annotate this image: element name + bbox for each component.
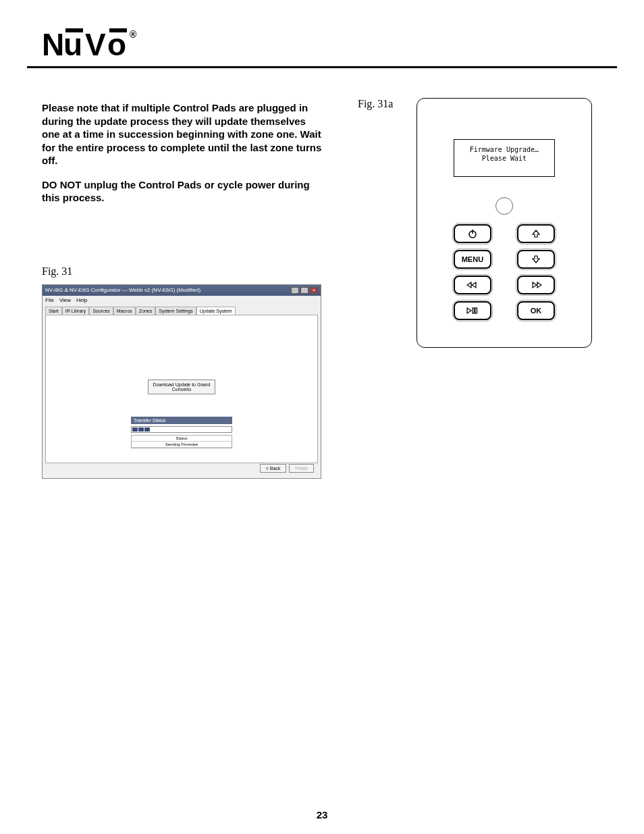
menu-button[interactable]: MENU — [454, 250, 491, 269]
indicator-led — [495, 197, 513, 215]
window-controls: _ □ × — [291, 287, 318, 294]
tab-ir-library[interactable]: IR Library — [62, 307, 89, 315]
page-number: 23 — [0, 809, 644, 820]
download-update-button[interactable]: Download Update to Grand Concerto — [148, 380, 215, 394]
svg-text:N: N — [42, 28, 63, 62]
figure-31a-caption: Fig. 31a — [358, 98, 393, 110]
arrow-up-icon — [531, 229, 541, 238]
next-button[interactable] — [517, 276, 555, 294]
progress-bar — [131, 426, 232, 433]
ok-button[interactable]: OK — [517, 301, 555, 320]
brand-logo: N u V o ® — [42, 28, 157, 62]
svg-rect-10 — [475, 308, 477, 313]
control-pad-screen: Firmware Upgrade… Please Wait — [454, 139, 555, 177]
tab-macros[interactable]: Macros — [113, 307, 136, 315]
minimize-button[interactable]: _ — [291, 287, 299, 294]
svg-rect-2 — [65, 28, 83, 32]
svg-rect-5 — [109, 28, 127, 32]
svg-rect-9 — [473, 308, 475, 313]
right-column: Fig. 31a Firmware Upgrade… Please Wait M… — [358, 98, 592, 350]
header-divider — [27, 66, 617, 68]
transfer-status-panel: Transfer Status Status Sending Firmware — [131, 417, 232, 448]
back-button[interactable]: < Back — [260, 464, 287, 473]
maximize-button[interactable]: □ — [300, 287, 308, 294]
arrow-down-icon — [531, 255, 541, 264]
control-pad-device: Firmware Upgrade… Please Wait MENU — [417, 98, 592, 348]
screen-line-2: Please Wait — [454, 154, 554, 163]
next-icon — [530, 281, 542, 289]
play-pause-button[interactable] — [454, 301, 491, 320]
status-header: Status — [132, 436, 232, 442]
status-list: Status Sending Firmware — [131, 435, 232, 448]
power-icon — [468, 229, 477, 238]
note-paragraph-2: DO NOT unplug the Control Pads or cycle … — [42, 178, 325, 205]
svg-text:V: V — [85, 28, 106, 62]
menu-help[interactable]: Help — [76, 297, 87, 303]
down-button[interactable] — [517, 250, 555, 269]
tab-pane: Download Update to Grand Concerto Transf… — [45, 315, 318, 463]
tab-sources[interactable]: Sources — [89, 307, 113, 315]
power-button[interactable] — [454, 224, 491, 243]
tab-zones[interactable]: Zones — [136, 307, 155, 315]
menu-bar: File View Help — [43, 296, 321, 305]
wizard-buttons: < Back Finish — [260, 464, 314, 473]
prev-button[interactable] — [454, 276, 491, 294]
prev-icon — [466, 281, 479, 289]
menu-view[interactable]: View — [59, 297, 71, 303]
tab-update-system[interactable]: Update System — [196, 307, 236, 315]
figure-31-caption: Fig. 31 — [42, 265, 325, 278]
status-value: Sending Firmware — [132, 442, 232, 448]
window-titlebar: NV-I8G & NV-E6G Configurator — Webb v2 (… — [43, 285, 321, 296]
svg-text:u: u — [63, 28, 81, 62]
finish-button[interactable]: Finish — [289, 464, 314, 473]
left-column: Please note that if multiple Control Pad… — [42, 101, 325, 479]
svg-text:o: o — [107, 28, 126, 62]
window-title: NV-I8G & NV-E6G Configurator — Webb v2 (… — [45, 287, 200, 294]
tab-row: Start IR Library Sources Macros Zones Sy… — [43, 305, 321, 315]
close-button[interactable]: × — [310, 287, 318, 294]
up-button[interactable] — [517, 224, 555, 243]
configurator-window: NV-I8G & NV-E6G Configurator — Webb v2 (… — [42, 284, 321, 479]
screen-line-1: Firmware Upgrade… — [454, 145, 554, 154]
play-pause-icon — [466, 307, 479, 315]
tab-start[interactable]: Start — [45, 307, 62, 315]
menu-file[interactable]: File — [45, 297, 54, 303]
svg-text:®: ® — [130, 29, 137, 40]
page-header: N u V o ® — [42, 28, 617, 65]
transfer-status-title: Transfer Status — [131, 417, 232, 424]
tab-system-settings[interactable]: System Settings — [155, 307, 196, 315]
note-paragraph-1: Please note that if multiple Control Pad… — [42, 101, 325, 167]
